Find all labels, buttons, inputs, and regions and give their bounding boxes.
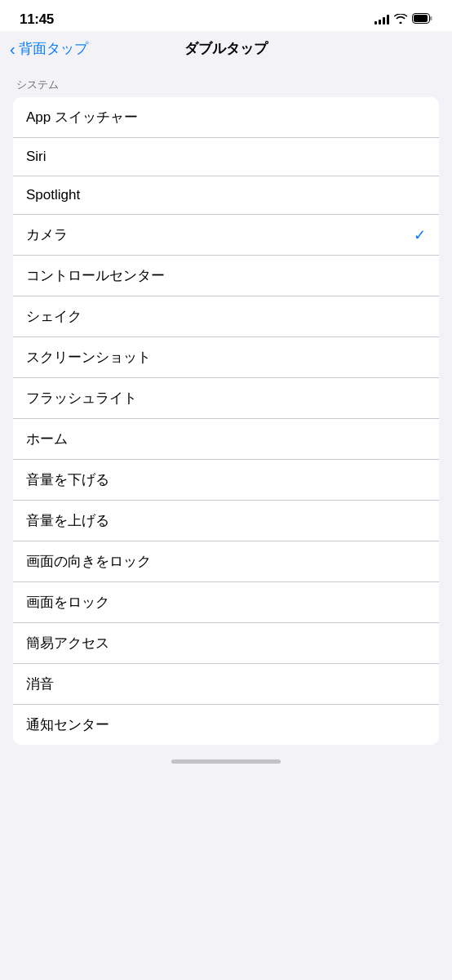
list-item-label: Spotlight bbox=[26, 187, 80, 203]
list-item-label: 消音 bbox=[26, 675, 54, 693]
list-item[interactable]: 音量を下げる bbox=[13, 460, 439, 501]
list-item[interactable]: ホーム bbox=[13, 419, 439, 460]
list-item-label: 音量を上げる bbox=[26, 511, 109, 530]
list-item[interactable]: 簡易アクセス bbox=[13, 623, 439, 664]
svg-rect-1 bbox=[430, 16, 432, 20]
list-item-label: シェイク bbox=[26, 307, 82, 326]
list-item[interactable]: シェイク bbox=[13, 296, 439, 337]
status-bar: 11:45 bbox=[0, 0, 452, 31]
list-item-label: 画面の向きをロック bbox=[26, 552, 151, 571]
list-item-label: カメラ bbox=[26, 225, 68, 244]
list-item[interactable]: カメラ✓ bbox=[13, 215, 439, 256]
list-item[interactable]: Siri bbox=[13, 138, 439, 176]
list-item[interactable]: 音量を上げる bbox=[13, 501, 439, 541]
list-item-label: フラッシュライト bbox=[26, 389, 137, 408]
list-container: App スイッチャーSiriSpotlightカメラ✓コントロールセンターシェイ… bbox=[13, 97, 439, 745]
page-title: ダブルタップ bbox=[184, 39, 268, 58]
list-item[interactable]: 画面の向きをロック bbox=[13, 541, 439, 582]
list-item-label: 画面をロック bbox=[26, 593, 109, 612]
status-icons bbox=[374, 12, 432, 27]
list-item[interactable]: 通知センター bbox=[13, 705, 439, 745]
list-item[interactable]: App スイッチャー bbox=[13, 97, 439, 138]
list-item-label: 通知センター bbox=[26, 715, 109, 734]
list-item[interactable]: Spotlight bbox=[13, 176, 439, 215]
list-item[interactable]: フラッシュライト bbox=[13, 378, 439, 419]
list-item-label: ホーム bbox=[26, 430, 68, 448]
list-item-label: Siri bbox=[26, 149, 47, 165]
list-item[interactable]: コントロールセンター bbox=[13, 256, 439, 296]
list-item-label: スクリーンショット bbox=[26, 348, 151, 367]
list-item[interactable]: 消音 bbox=[13, 664, 439, 705]
list-item-label: 音量を下げる bbox=[26, 470, 109, 489]
list-item[interactable]: 画面をロック bbox=[13, 582, 439, 623]
wifi-icon bbox=[394, 12, 407, 27]
home-indicator-bar bbox=[171, 760, 281, 764]
back-button[interactable]: ‹ 背面タップ bbox=[10, 39, 88, 58]
signal-icon bbox=[374, 15, 389, 24]
battery-icon bbox=[412, 12, 432, 27]
list-item-label: App スイッチャー bbox=[26, 108, 138, 127]
list-item[interactable]: スクリーンショット bbox=[13, 337, 439, 378]
list-item-label: コントロールセンター bbox=[26, 266, 165, 285]
section-header: システム bbox=[0, 65, 452, 97]
back-label: 背面タップ bbox=[19, 39, 88, 58]
nav-bar: ‹ 背面タップ ダブルタップ bbox=[0, 31, 452, 65]
svg-rect-2 bbox=[414, 15, 428, 22]
status-time: 11:45 bbox=[20, 11, 54, 28]
chevron-left-icon: ‹ bbox=[10, 41, 16, 57]
home-indicator bbox=[0, 745, 452, 770]
list-item-label: 簡易アクセス bbox=[26, 634, 109, 653]
checkmark-icon: ✓ bbox=[414, 226, 426, 244]
